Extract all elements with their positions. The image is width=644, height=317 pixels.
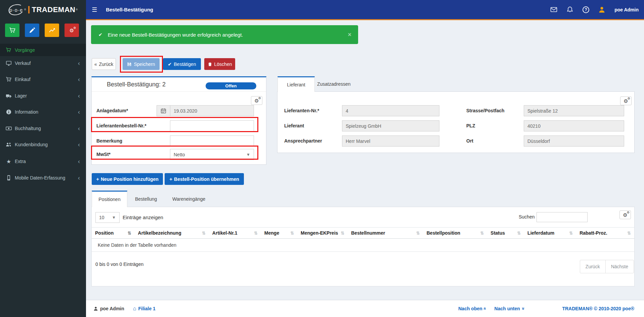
col-header-position[interactable]: Position⇅ (92, 228, 135, 239)
current-user-label[interactable]: poe Admin (614, 7, 639, 12)
sidebar-item-label: Einkauf (15, 77, 31, 82)
col-header-artikelbezeichnung[interactable]: Artikelbezeichnung⇅ (135, 228, 209, 239)
tab-bestellung[interactable]: Bestellung (135, 191, 157, 207)
col-header-mengen-ekpreis[interactable]: Mengen-EKPreis⇅ (297, 228, 348, 239)
ort-input[interactable] (524, 135, 624, 147)
trash-icon (208, 62, 212, 67)
supplier-panel: Lieferant Zusatzadressen ⚙⚙ Lieferanten-… (277, 76, 635, 153)
footer-branch-label: Filiale 1 (138, 306, 155, 311)
table-settings-button[interactable]: ⚙⚙ (619, 210, 631, 219)
sidebar: p·o·e ® TRADEMAN ® ⚙⚙ Vorgänge (0, 0, 86, 317)
lieferantenbestell-input[interactable] (170, 120, 254, 131)
quick-edit-button[interactable] (25, 24, 39, 37)
app-root: p·o·e ® TRADEMAN ® ⚙⚙ Vorgänge (0, 0, 644, 317)
logo-reg-mark: ® (24, 8, 26, 11)
plz-label: PLZ (466, 123, 475, 128)
bemerkung-input[interactable] (170, 135, 254, 147)
tab-zusatzadressen[interactable]: Zusatzadressen (317, 76, 351, 92)
footer-user-label: poe Admin (100, 306, 124, 311)
lieferant-input[interactable] (342, 120, 439, 131)
sidebar-item-einkauf[interactable]: Einkauf ‹ (0, 73, 86, 85)
mail-button[interactable] (550, 6, 557, 13)
save-button[interactable]: Speichern (123, 58, 160, 70)
ansprechpartner-input[interactable] (342, 135, 439, 147)
success-alert: ✔ Eine neue Bestell-Bestätigungen wurde … (91, 25, 358, 44)
col-header-rabatt-proz[interactable]: Rabatt-Proz.⇅ (576, 228, 634, 239)
question-icon: ? (583, 6, 589, 13)
col-header-bestellposition[interactable]: Bestellposition⇅ (423, 228, 487, 239)
hamburger-menu-icon[interactable]: ☰ (92, 6, 97, 13)
star-icon: ★ (6, 158, 12, 164)
takeover-position-button[interactable]: + Bestell-Position übernehmen (165, 173, 244, 185)
tab-wareneingaenge[interactable]: Wareneingänge (172, 191, 205, 207)
notifications-button[interactable] (566, 6, 573, 13)
col-header-lieferdatum[interactable]: Lieferdatum⇅ (524, 228, 576, 239)
anlagedatum-label: Anlagedatum* (96, 108, 128, 113)
table-empty-row: Keine Daten in der Tabelle vorhanden (92, 239, 634, 252)
search-input[interactable] (536, 212, 588, 222)
cogs-icon: ⚙⚙ (70, 28, 74, 33)
col-header-artikel-nr[interactable]: Artikel-Nr.1⇅ (209, 228, 261, 239)
double-angle-down-icon: « (520, 307, 525, 310)
sidebar-item-verkauf[interactable]: Verkauf ‹ (0, 57, 86, 69)
cogs-icon: ⚙⚙ (623, 212, 627, 217)
sidebar-item-label: Extra (15, 159, 26, 164)
confirm-button[interactable]: ✔ Bestätigen (163, 58, 201, 70)
sidebar-item-label: Mobile Daten-Erfassung (15, 175, 65, 181)
cogs-icon: ⚙⚙ (624, 98, 628, 104)
sidebar-item-vorgaenge[interactable]: Vorgänge (0, 44, 86, 56)
quick-settings-button[interactable]: ⚙⚙ (65, 24, 79, 37)
sidebar-item-lager[interactable]: Lager ‹ (0, 90, 86, 102)
mwst-selected-value: Netto (174, 152, 185, 157)
ort-label: Ort (466, 138, 473, 144)
sort-icon: ⇅ (517, 231, 521, 236)
scroll-to-bottom-link[interactable]: Nach unten « (495, 306, 524, 311)
supplier-settings-button[interactable]: ⚙⚙ (620, 96, 632, 105)
logo-name: TRADEMAN (32, 5, 76, 14)
col-header-bestellnummer[interactable]: Bestellnummer⇅ (348, 228, 423, 239)
sidebar-item-buchhaltung[interactable]: Buchhaltung ‹ (0, 122, 86, 134)
quick-cart-button[interactable] (5, 24, 19, 37)
page-length-select[interactable]: 10 ▼ (95, 212, 120, 223)
delete-button[interactable]: Löschen (204, 58, 235, 70)
tab-label: Lieferant (287, 82, 305, 87)
sidebar-item-kundenbindung[interactable]: Kundenbindung ‹ (0, 138, 86, 151)
copyright-text: TRADEMAN® © 2010-2020 poe® (562, 306, 634, 311)
col-header-menge[interactable]: Menge⇅ (261, 228, 297, 239)
sidebar-item-mobile-daten-erfassung[interactable]: Mobile Daten-Erfassung ‹ (0, 172, 86, 184)
plz-input[interactable] (524, 120, 624, 131)
tab-lieferant[interactable]: Lieferant (277, 76, 315, 92)
angle-left-icon: ‹ (78, 142, 80, 148)
bell-icon (566, 6, 573, 13)
user-menu-button[interactable] (598, 6, 605, 13)
tab-label: Positionen (98, 197, 120, 202)
help-button[interactable]: ? (583, 6, 589, 13)
footer-branch-link[interactable]: ⌂ Filiale 1 (133, 306, 156, 311)
calendar-addon[interactable] (157, 105, 170, 116)
logo-divider (28, 6, 30, 13)
order-settings-button[interactable]: ⚙⚙ (251, 96, 262, 105)
col-header-status[interactable]: Status⇅ (487, 228, 524, 239)
quick-actions: ⚙⚙ (0, 24, 86, 37)
tab-positionen[interactable]: Positionen (92, 191, 127, 207)
sidebar-item-extra[interactable]: ★ Extra ‹ (0, 155, 86, 167)
pagination-next-button[interactable]: Nächste (605, 260, 634, 273)
sidebar-item-label: Buchhaltung (15, 126, 41, 131)
angle-left-icon: ‹ (78, 175, 80, 181)
back-button[interactable]: « Zurück (92, 58, 116, 70)
sidebar-item-information[interactable]: Information ‹ (0, 106, 86, 118)
info-icon (6, 109, 12, 115)
strasse-input[interactable] (524, 105, 624, 116)
search-label: Suchen (519, 214, 534, 220)
pagination-prev-button[interactable]: Zurück (580, 260, 606, 273)
scroll-to-top-link[interactable]: Nach oben « (458, 306, 486, 311)
lieferanten-nr-input[interactable] (342, 105, 439, 116)
confirm-button-label: Bestätigen (174, 62, 196, 67)
page-length-label: Einträge anzeigen (123, 214, 163, 220)
quick-chart-button[interactable] (45, 24, 59, 37)
footer: poe Admin ⌂ Filiale 1 Nach oben « Nach u… (86, 300, 644, 317)
add-position-button[interactable]: + Neue Position hinzufügen (92, 173, 163, 185)
close-icon[interactable]: × (348, 31, 351, 38)
anlagedatum-input[interactable] (170, 105, 254, 116)
mwst-select[interactable]: Netto ▼ (170, 149, 254, 160)
